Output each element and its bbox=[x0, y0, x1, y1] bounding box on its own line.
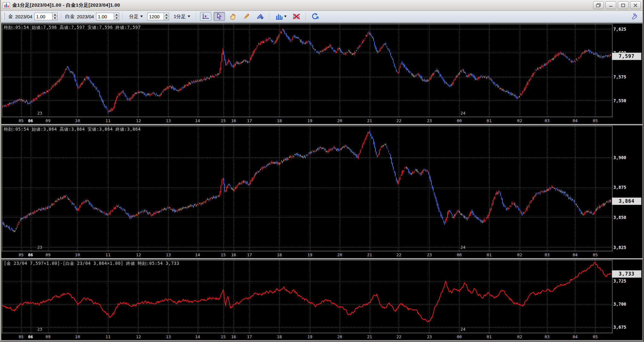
x-axis-label: 21 bbox=[367, 118, 372, 123]
pencil-icon bbox=[243, 13, 250, 20]
day-marker-label: 24 bbox=[460, 245, 465, 250]
x-axis-label: 23 bbox=[427, 252, 432, 257]
x-axis-label: 12 bbox=[136, 252, 141, 257]
x-axis-label: 00 bbox=[457, 252, 462, 257]
x-axis-label: 00 bbox=[457, 334, 462, 339]
x-axis-label: 13 bbox=[166, 252, 171, 257]
platinum-label: 白金 bbox=[65, 14, 75, 20]
x-axis-label: 16 bbox=[231, 118, 236, 123]
gold-multiplier-input[interactable] bbox=[34, 13, 52, 20]
spread-info: [金 23/04 7,597×1.00]-[白金 23/04 3,864×1.0… bbox=[4, 261, 179, 266]
hand-pan-button[interactable] bbox=[227, 12, 239, 21]
x-axis: 0506091011121314151617181920212223000102… bbox=[2, 334, 612, 340]
select-cursor-button[interactable] bbox=[214, 12, 225, 21]
platinum-chart-canvas[interactable] bbox=[2, 126, 612, 251]
x-axis-label: 13 bbox=[166, 334, 171, 339]
x-axis-label: 11 bbox=[106, 252, 111, 257]
minimize-button[interactable] bbox=[605, 1, 616, 9]
x-axis: 0506091011121314151617181920212223000102… bbox=[2, 252, 612, 258]
cursor-arrow-icon bbox=[216, 13, 222, 20]
x-axis-label: 21 bbox=[367, 252, 372, 257]
platinum-mult-up-button[interactable] bbox=[114, 13, 119, 16]
spread-chart-canvas[interactable] bbox=[2, 260, 612, 333]
day-marker-label: 23 bbox=[37, 111, 42, 115]
gold-label: 金 bbox=[8, 14, 13, 20]
platinum-multiplier-input[interactable] bbox=[96, 13, 114, 20]
x-axis-label: 18 bbox=[277, 334, 282, 339]
marker-icon bbox=[256, 13, 264, 20]
x-axis-label: 04 bbox=[573, 334, 578, 339]
x-axis-label: 05 bbox=[19, 118, 24, 123]
bar-count-up-button[interactable] bbox=[164, 13, 169, 16]
x-axis-label: 10 bbox=[75, 252, 80, 257]
y-axis-label: 3,900 bbox=[613, 155, 626, 160]
chart-area: 時刻:05:54 始値:7,596 高値:7,597 安値:7,596 終値:7… bbox=[1, 22, 643, 341]
y-axis-label: 3,700 bbox=[613, 302, 626, 307]
x-axis-label: 02 bbox=[517, 334, 522, 339]
platinum-last-price-box: 3,864 bbox=[612, 197, 641, 205]
x-axis-label: 20 bbox=[337, 334, 342, 339]
close-button[interactable] bbox=[630, 1, 641, 9]
gold-chart-panel: 時刻:05:54 始値:7,596 高値:7,597 安値:7,596 終値:7… bbox=[1, 23, 643, 124]
platinum-mult-down-button[interactable] bbox=[114, 16, 119, 20]
timeframe-dropdown[interactable]: 1分足 bbox=[171, 12, 192, 21]
bar-count-input[interactable] bbox=[147, 13, 164, 20]
gold-month-value[interactable]: 2023/04 bbox=[15, 14, 32, 19]
cascade-window-button[interactable] bbox=[593, 1, 604, 9]
x-axis-label: 22 bbox=[396, 252, 401, 257]
x-axis-label: 05 bbox=[19, 334, 24, 339]
platinum-ohlc-info: 時刻:05:54 始値:3,864 高値:3,864 安値:3,864 終値:3… bbox=[4, 127, 141, 132]
x-axis-label: 02 bbox=[517, 252, 522, 257]
y-axis-label: 3,725 bbox=[613, 278, 626, 283]
y-axis-label: 3,825 bbox=[613, 245, 626, 250]
refresh-button[interactable]: R bbox=[310, 12, 321, 21]
day-marker-label: 24 bbox=[460, 111, 465, 115]
refresh-icon: R bbox=[311, 13, 319, 20]
x-axis-label: 02 bbox=[517, 118, 522, 123]
x-axis-label: 05 bbox=[19, 252, 24, 257]
x-axis-label: 20 bbox=[337, 118, 342, 123]
toolbar-grip[interactable] bbox=[3, 13, 5, 20]
pencil-draw-button[interactable] bbox=[241, 12, 252, 21]
x-axis-label: 22 bbox=[396, 334, 401, 339]
y-axis-label: 3,850 bbox=[613, 215, 626, 220]
x-axis-label: 03 bbox=[544, 252, 550, 257]
delete-chart-button[interactable] bbox=[291, 12, 302, 21]
y-axis-label: 7,550 bbox=[613, 98, 626, 103]
toolbar-separator bbox=[196, 13, 197, 20]
platinum-month-value[interactable]: 2023/04 bbox=[77, 14, 94, 19]
marker-draw-button[interactable] bbox=[254, 12, 266, 21]
x-axis-label: 05 bbox=[593, 334, 598, 339]
spread-last-price-box: 3,733 bbox=[612, 270, 641, 278]
chart-type-menu-button[interactable] bbox=[273, 12, 289, 21]
bar-count-down-button[interactable] bbox=[164, 16, 169, 20]
x-axis-label: 20 bbox=[337, 252, 342, 257]
x-axis-label: 06 bbox=[28, 252, 33, 257]
chart-cursor-tool-button[interactable] bbox=[200, 12, 211, 21]
platinum-chart-panel: 時刻:05:54 始値:3,864 高値:3,864 安値:3,864 終値:3… bbox=[1, 125, 643, 258]
bar-count-spinner bbox=[147, 13, 169, 20]
x-axis-label: 05 bbox=[593, 252, 598, 257]
maximize-button[interactable] bbox=[618, 1, 629, 9]
gold-mult-up-button[interactable] bbox=[52, 13, 57, 16]
x-axis-label: 09 bbox=[46, 118, 51, 123]
title-bar[interactable]: 金1分足[2023/04]1.00 - 白金1分足[2023/04]1.00 bbox=[1, 0, 643, 11]
x-axis-label: 16 bbox=[231, 334, 236, 339]
toolbar-separator bbox=[269, 13, 270, 20]
gold-chart-canvas[interactable] bbox=[2, 24, 612, 117]
x-axis-label: 19 bbox=[307, 252, 313, 257]
y-axis-label: 7,575 bbox=[613, 74, 626, 79]
toolbar-separator bbox=[123, 13, 123, 20]
x-axis-label: 04 bbox=[573, 252, 578, 257]
platinum-multiplier-spinner bbox=[96, 13, 119, 20]
x-axis-label: 03 bbox=[544, 334, 550, 339]
chevron-down-icon bbox=[140, 16, 143, 17]
x-axis-label: 11 bbox=[106, 334, 111, 339]
x-axis-label: 22 bbox=[396, 118, 401, 123]
gold-mult-down-button[interactable] bbox=[52, 16, 57, 20]
settings-wrench-button[interactable] bbox=[629, 12, 640, 21]
wrench-icon bbox=[631, 13, 638, 20]
period-type-dropdown[interactable]: 分足 bbox=[127, 12, 145, 21]
x-axis-label: 06 bbox=[28, 334, 33, 339]
x-axis-label: 19 bbox=[307, 118, 313, 123]
